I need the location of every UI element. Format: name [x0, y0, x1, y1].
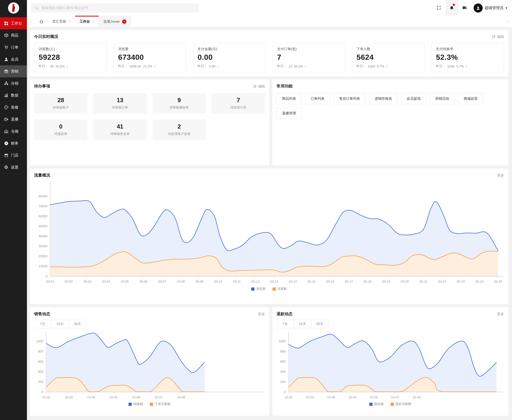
x-tick-label: 03-12 — [251, 280, 259, 283]
x-tick-label: 03-13 — [270, 280, 278, 283]
tab-home[interactable] — [35, 16, 48, 27]
search-input[interactable] — [41, 6, 196, 10]
refund-legend: 退款额退款买家数 — [277, 402, 504, 406]
x-tick-label: 03-24 — [475, 280, 483, 283]
quick-function-button[interactable]: 营销活动 — [429, 93, 455, 104]
x-tick-label: 03-06 — [139, 280, 147, 283]
trend-arrow-icon: ↓ — [67, 64, 68, 68]
close-red-icon[interactable]: ✕ — [122, 19, 126, 24]
period-tab[interactable]: 7天 — [277, 320, 294, 328]
x-tick-label: 03-11 — [233, 280, 241, 283]
todo-card[interactable]: 28 待审核客户 — [34, 93, 87, 114]
legend-label: 退款额 — [374, 402, 384, 406]
todo-count: 28 — [58, 97, 64, 104]
stat-yesterday: 昨日：5264 5.7% ↑ — [356, 64, 420, 68]
fullscreen-button[interactable] — [433, 0, 445, 16]
logo[interactable] — [0, 0, 27, 16]
legend-item[interactable]: 销量额 — [128, 402, 143, 406]
todo-card[interactable]: 2 待处理客户反馈 — [152, 120, 206, 140]
sidebar-item-distribution[interactable]: 分销 — [0, 77, 27, 89]
x-tick-label: 10-06 — [132, 396, 140, 399]
period-tab[interactable]: 30天 — [311, 320, 329, 328]
sales-period-tabs: 7天15天30天 — [34, 320, 265, 328]
quick-function-button[interactable]: 直播管理 — [277, 108, 301, 119]
legend-item[interactable]: 退款买家数 — [391, 402, 411, 406]
sidebar-item-workbench[interactable]: 工作台 — [0, 17, 27, 29]
sidebar-item-warehouse[interactable]: 仓储 — [0, 125, 27, 137]
legend-item[interactable]: 访客数 — [272, 287, 287, 291]
stat-card: 访客数(人) 59228 昨日：56 25.5% ↓ — [34, 43, 107, 72]
sidebar-item-stores[interactable]: 门店 — [0, 149, 27, 161]
sidebar-item-settings[interactable]: ⚙ 设置 — [0, 161, 27, 173]
todo-card[interactable]: 13 待审核订单 — [93, 93, 147, 114]
quick-function-button[interactable]: 商品列表 — [277, 93, 301, 104]
tabs-scroll-right[interactable]: › — [504, 16, 512, 27]
chat-icon — [462, 6, 467, 10]
panel-title: 待办事项 — [34, 84, 50, 89]
todo-count: 2 — [178, 123, 181, 130]
quick-function-button[interactable]: 进销存报表 — [369, 93, 398, 104]
stat-yesterday: 昨日：56 25.5% ↓ — [39, 64, 102, 68]
x-tick-label: 10-03 — [306, 396, 314, 399]
edit-todo-button[interactable]: 编辑 — [253, 84, 265, 89]
trend-arrow-icon: ↑ — [154, 64, 156, 68]
tab-other-page[interactable]: 其它页面 ✕ — [48, 16, 75, 27]
refund-more-button[interactable]: 更多 — [497, 312, 504, 316]
sidebar-item-goods[interactable]: 商品 — [0, 29, 27, 41]
user-name: 超级管理员 — [485, 6, 504, 10]
avatar — [474, 3, 483, 12]
quick-function-button[interactable]: 售后订单列表 — [334, 93, 366, 104]
notifications-button[interactable] — [445, 0, 458, 16]
period-tab[interactable]: 30天 — [69, 320, 86, 328]
x-tick-label: 10-07 — [154, 396, 163, 399]
stat-value: 7 — [277, 53, 340, 62]
brand-logo-icon — [9, 3, 17, 12]
legend-label: 下单买家数 — [155, 402, 171, 406]
todo-card[interactable]: 9 待审核调价单 — [152, 93, 206, 114]
y-tick-label: 0 — [284, 390, 286, 394]
messages-button[interactable] — [458, 0, 471, 16]
todo-card[interactable]: 41 待审核售后单 — [93, 120, 147, 140]
quick-function-button[interactable]: 订单列表 — [305, 93, 330, 104]
tab-option-hover[interactable]: 选项:hover ✕ — [99, 16, 131, 27]
tabs-scroll-left[interactable]: ‹ — [27, 16, 35, 27]
panel-title: 流量概况 — [34, 173, 50, 178]
period-tab[interactable]: 7天 — [34, 320, 52, 328]
sidebar-item-finance[interactable]: ¥ 财务 — [0, 137, 27, 149]
sidebar-item-members[interactable]: 会员 — [0, 53, 27, 65]
user-menu[interactable]: 超级管理员 ▾ — [474, 3, 507, 12]
stat-value: 0.00 — [198, 53, 261, 62]
traffic-more-button[interactable]: 更多 — [497, 173, 504, 178]
todo-card[interactable]: 7 待发货订单 — [212, 93, 265, 114]
sidebar-item-marketing[interactable]: 营销 — [0, 65, 27, 77]
svg-text:¥: ¥ — [6, 142, 7, 145]
close-x: ✕ — [123, 20, 125, 23]
legend-item[interactable]: 退款额 — [369, 402, 384, 406]
legend-item[interactable]: 下单买家数 — [150, 402, 171, 406]
y-tick-label: 60000 — [38, 214, 47, 218]
panel-traffic: 流量概况 更多 01000020000300004000050000600007… — [30, 169, 508, 304]
tab-label: 工作台 — [79, 19, 90, 24]
sidebar-item-label: 门店 — [11, 153, 18, 158]
sidebar-item-data[interactable]: 数据 — [0, 89, 27, 101]
quick-function-button[interactable]: 商城设置 — [458, 93, 483, 104]
fullscreen-icon — [437, 6, 441, 10]
sidebar-item-live[interactable]: 直播 — [0, 113, 27, 125]
quick-function-button[interactable]: 会员提现 — [401, 93, 426, 104]
todo-label: 待审核售后单 — [110, 132, 130, 136]
sidebar-item-decoration[interactable]: 装修 — [0, 101, 27, 113]
tab-workbench[interactable]: 工作台 ✕ — [75, 16, 99, 27]
edit-overview-button[interactable]: 编辑 — [492, 34, 504, 39]
x-tick-label: 03-02 — [65, 280, 73, 283]
period-tab[interactable]: 15天 — [294, 320, 311, 328]
trend-arrow-icon: ↑ — [305, 64, 307, 68]
sidebar: 工作台 商品 订单 会员 营销 — [0, 0, 27, 420]
sales-more-button[interactable]: 更多 — [258, 312, 265, 316]
close-icon[interactable]: ✕ — [68, 20, 71, 23]
legend-item[interactable]: 浏览量 — [251, 287, 266, 291]
sidebar-item-orders[interactable]: 订单 — [0, 41, 27, 53]
todo-card[interactable]: 0 待退款单 — [34, 120, 87, 140]
period-tab[interactable]: 15天 — [52, 320, 69, 328]
legend-swatch-icon — [128, 403, 132, 406]
close-icon[interactable]: ✕ — [92, 20, 94, 23]
